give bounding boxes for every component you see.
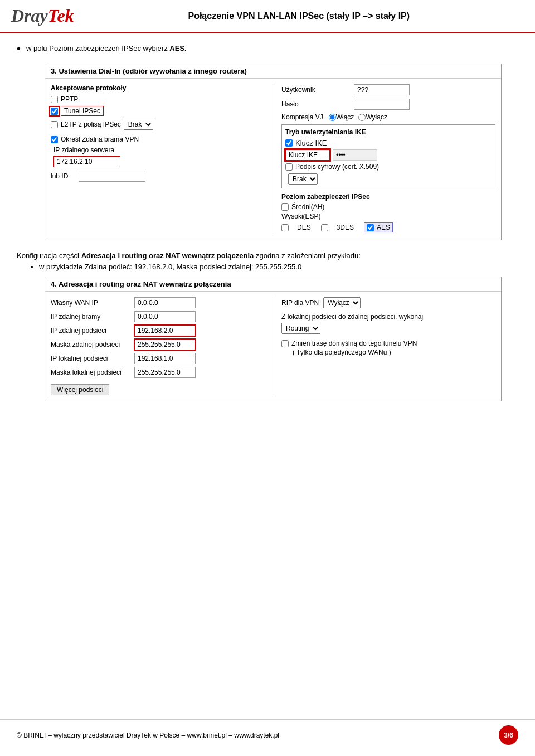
user-label: Użytkownik: [281, 86, 354, 94]
des-checkbox[interactable]: [281, 224, 289, 231]
section4-left: Własny WAN IP IP zdalnej bramy IP zdalne…: [51, 297, 273, 395]
logo-dray: Dray: [11, 6, 48, 26]
logo-text: DrayTek: [11, 6, 74, 26]
more-subnets-button[interactable]: Więcej podsieci: [51, 384, 109, 395]
ike-key-checkbox-label: Klucz IKE: [295, 139, 327, 147]
define-gw-checkbox[interactable]: [51, 136, 58, 143]
only-wan-note: ( Tylko dla pojedyńczego WANu ): [293, 348, 495, 356]
remote-subnet-label: IP zdalnej podsieci: [51, 327, 134, 335]
routing-select[interactable]: Routing: [281, 323, 320, 334]
aes-cb-box: AES: [364, 222, 393, 232]
para-text: Konfiguracja części Adresacja i routing …: [17, 251, 518, 260]
logo-tek: Tek: [48, 6, 74, 26]
tunel-checkbox[interactable]: [51, 108, 58, 115]
routing-from-text: Z lokalnej podsieci do zdalnej podsieci,…: [281, 313, 495, 321]
radio-on-text: Włącz: [336, 113, 354, 121]
tunel-label: Tunel IPSec: [61, 106, 104, 116]
password-label: Hasło: [281, 100, 354, 108]
remote-subnet-row: IP zdalnej podsieci: [51, 325, 267, 336]
sredni-checkbox[interactable]: [281, 203, 289, 211]
bullet-icon: •: [17, 42, 21, 55]
para-list: w przykładzie Zdalna podieć: 192.168.2.0…: [39, 263, 518, 271]
password-input[interactable]: [354, 99, 410, 110]
wan-ip-input[interactable]: [134, 297, 196, 308]
user-input[interactable]: [354, 84, 410, 95]
pptp-checkbox[interactable]: [51, 96, 58, 103]
des-label: DES: [297, 224, 311, 231]
wan-ip-row: Własny WAN IP: [51, 297, 267, 308]
aes-container: AES: [364, 222, 393, 232]
section3-right: Użytkownik Hasło Kompresja VJ Włącz: [273, 84, 495, 234]
compression-label: Kompresja VJ: [281, 113, 323, 121]
local-mask-input[interactable]: [134, 367, 196, 378]
digital-sig-checkbox[interactable]: [285, 163, 293, 171]
3des-label: 3DES: [337, 224, 354, 231]
3des-checkbox[interactable]: [321, 224, 328, 231]
section3-left: Akceptowane protokoły PPTP Tunel IPSec L…: [51, 84, 273, 234]
radio-on[interactable]: [329, 114, 336, 121]
remote-mask-row: Maska zdalnej podsieci: [51, 339, 267, 350]
page-header: DrayTek Połączenie VPN LAN-LAN IPSec (st…: [0, 0, 535, 33]
change-route-checkbox-row: Zmień trasę domyślną do tego tunelu VPN: [281, 340, 495, 347]
radio-off[interactable]: [358, 114, 366, 121]
para-section: Konfiguracja części Adresacja i routing …: [17, 251, 518, 271]
remote-ip-row: IP zdalnego serwera: [54, 146, 267, 154]
ike-key-checkbox[interactable]: [285, 139, 293, 147]
para-bullet: w przykładzie Zdalna podieć: 192.168.2.0…: [39, 263, 518, 271]
main-content: • w polu Poziom zabezpieczeń IPSec wybie…: [0, 33, 535, 424]
rip-select[interactable]: Wyłącz: [323, 297, 361, 308]
remote-subnet-input[interactable]: [134, 325, 196, 336]
ike-title: Tryb uwierzytelniania IKE: [285, 128, 492, 136]
remote-ip-input[interactable]: [54, 156, 120, 167]
tunel-row: Tunel IPSec: [51, 106, 267, 116]
change-route-checkbox[interactable]: [281, 340, 289, 347]
more-subnets-row: Więcej podsieci: [51, 381, 267, 395]
section4-box: 4. Adresacja i routing oraz NAT wewnątrz…: [45, 277, 502, 401]
aes-checkbox[interactable]: [367, 224, 374, 231]
ike-section: Tryb uwierzytelniania IKE Klucz IKE: [281, 124, 495, 188]
radio-off-label: Wyłącz: [358, 113, 387, 121]
lub-id-input[interactable]: [79, 171, 145, 182]
l2tp-select[interactable]: Brak: [124, 119, 153, 130]
gw-ip-row: IP zdalnej bramy: [51, 311, 267, 322]
radio-on-label: Włącz: [329, 113, 354, 121]
l2tp-label: L2TP z polisą IPSec: [61, 120, 121, 128]
l2tp-checkbox[interactable]: [51, 121, 58, 128]
digital-sig-label: Podpis cyfrowy (cert. X.509): [295, 163, 379, 171]
sredni-row: Średni(AH): [281, 203, 495, 211]
lub-id-label: lub ID: [51, 172, 79, 180]
gw-ip-input[interactable]: [134, 311, 196, 322]
define-gw-row: Określ Zdalna brama VPN: [51, 135, 267, 143]
rip-label: RIP dla VPN: [281, 299, 319, 307]
brak-select[interactable]: Brak: [288, 173, 318, 185]
remote-ip-label: IP zdalnego serwera: [54, 146, 114, 154]
intro-text: w polu Poziom zabezpieczeń IPSec wybierz…: [26, 44, 187, 52]
ipsec-section: Poziom zabezpieczeń IPSec Średni(AH) Wys…: [281, 193, 495, 232]
local-mask-row: Maska lokalnej podsieci: [51, 367, 267, 378]
digital-sig-row: Podpis cyfrowy (cert. X.509): [285, 163, 492, 171]
section4-title: 4. Adresacja i routing oraz NAT wewnątrz…: [45, 277, 501, 292]
pptp-label: PPTP: [61, 95, 78, 103]
remote-mask-input[interactable]: [134, 339, 196, 350]
local-subnet-row: IP lokalnej podsieci: [51, 353, 267, 364]
ike-key-checkbox-row: Klucz IKE: [285, 139, 492, 147]
local-subnet-input[interactable]: [134, 353, 196, 364]
aes-label: AES: [377, 224, 390, 231]
wysoki-row: Wysoki(ESP): [281, 212, 495, 220]
password-row: Hasło: [281, 99, 495, 110]
page-badge: 3/6: [499, 725, 518, 745]
sredni-label: Średni(AH): [291, 203, 324, 211]
radio-off-text: Wyłącz: [366, 113, 387, 121]
page-footer: © BRINET– wyłączny przedstawiciel DrayTe…: [0, 719, 535, 745]
section4-body: Własny WAN IP IP zdalnej bramy IP zdalne…: [45, 292, 501, 401]
wan-ip-label: Własny WAN IP: [51, 299, 134, 307]
des-row: DES 3DES AES: [281, 222, 495, 232]
footer-copyright: © BRINET– wyłączny przedstawiciel DrayTe…: [17, 731, 279, 739]
gw-ip-label: IP zdalnej bramy: [51, 313, 134, 321]
remote-ip-input-row: [54, 156, 267, 167]
ike-password-input[interactable]: [333, 149, 377, 161]
section4-right: RIP dla VPN Wyłącz Z lokalnej podsieci d…: [273, 297, 495, 395]
intro-bullet: • w polu Poziom zabezpieczeń IPSec wybie…: [17, 44, 518, 55]
user-row: Użytkownik: [281, 84, 495, 95]
ike-key-input[interactable]: [285, 149, 330, 161]
